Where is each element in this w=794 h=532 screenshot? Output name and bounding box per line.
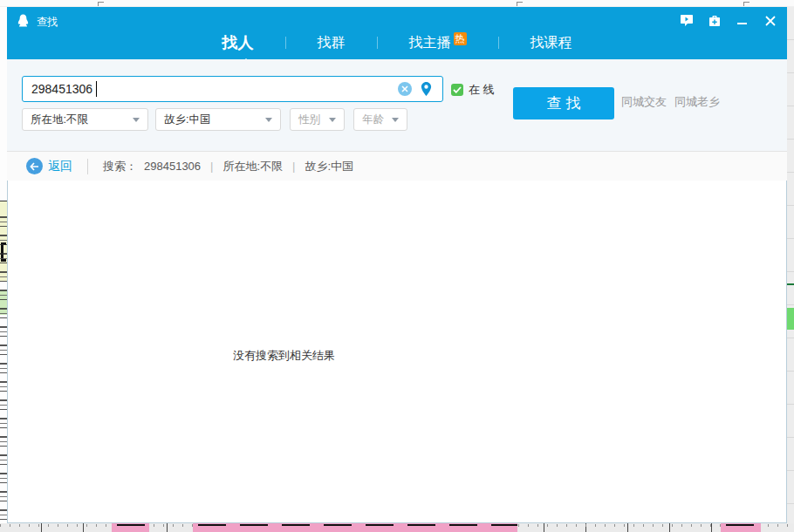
summary-query: 298451306	[144, 160, 201, 173]
hot-badge: 热	[454, 32, 467, 45]
feedback-icon[interactable]	[680, 14, 693, 27]
tab-find-streamers[interactable]: 找主播热	[397, 34, 479, 52]
background-pink-bar	[193, 523, 517, 532]
tab-find-groups[interactable]: 找群	[305, 34, 358, 52]
background-window-left-strip	[0, 7, 7, 523]
link-same-city-hometown[interactable]: 同城老乡	[674, 94, 720, 110]
chevron-down-icon	[392, 118, 399, 122]
online-checkbox[interactable]	[451, 84, 463, 96]
tab-separator	[285, 37, 286, 49]
location-pin-icon[interactable]	[420, 81, 433, 97]
tab-bar: 找人 找群 找主播热 找课程	[7, 32, 787, 53]
summary-separator: |	[292, 160, 295, 173]
back-label: 返回	[48, 159, 72, 174]
results-area: 没有搜索到相关结果	[8, 181, 786, 522]
back-button[interactable]: 返回	[26, 158, 72, 174]
qq-penguin-icon	[16, 13, 31, 31]
background-pink-bar	[112, 523, 149, 532]
window-identity: 查找	[16, 13, 58, 31]
search-form: 在 线 所在地:不限 故乡:中国 性别 年龄 查找 同城交友 同城老乡	[7, 59, 787, 151]
background-text-fragments	[0, 216, 7, 523]
bar-divider	[87, 159, 88, 174]
result-summary-bar: 返回 搜索： 298451306 | 所在地:不限 | 故乡:中国	[7, 151, 787, 181]
chevron-down-icon	[329, 118, 336, 122]
chevron-down-icon	[133, 118, 140, 122]
background-corner-mark	[517, 2, 523, 6]
online-checkbox-group[interactable]: 在 线	[451, 82, 495, 98]
filter-hometown-dropdown[interactable]: 故乡:中国	[155, 108, 281, 131]
search-field-wrap	[22, 76, 443, 102]
close-icon[interactable]	[763, 14, 777, 27]
find-dialog: 查找 找人 找群 找主播热 找课程	[7, 7, 787, 523]
background-gantt-strip	[0, 523, 794, 532]
background-green-line	[787, 283, 794, 285]
empty-results-message: 没有搜索到相关结果	[233, 348, 335, 364]
tab-separator	[377, 37, 378, 49]
find-button[interactable]: 查找	[513, 87, 614, 119]
window-title: 查找	[37, 15, 58, 30]
filter-age-dropdown[interactable]: 年龄	[353, 108, 407, 131]
summary-prefix: 搜索：	[103, 159, 137, 174]
filter-gender-dropdown[interactable]: 性别	[290, 108, 345, 131]
summary-separator: |	[210, 160, 213, 173]
background-window-top-strip	[0, 0, 794, 7]
background-corner-mark	[743, 2, 750, 6]
quick-links: 同城交友 同城老乡	[621, 94, 720, 110]
summary-location: 所在地:不限	[222, 159, 283, 174]
background-corner-mark	[98, 2, 104, 6]
online-label: 在 线	[469, 82, 495, 98]
filter-row: 所在地:不限 故乡:中国 性别 年龄	[22, 108, 407, 131]
chevron-down-icon	[265, 118, 272, 122]
tab-find-people[interactable]: 找人	[210, 32, 266, 53]
minimize-icon[interactable]	[736, 14, 749, 27]
background-pink-bar	[721, 523, 761, 532]
titlebar: 查找 找人 找群 找主播热 找课程	[7, 7, 787, 59]
window-controls	[680, 14, 777, 27]
tab-separator	[498, 37, 499, 49]
background-green-cell	[787, 308, 794, 330]
filter-location-dropdown[interactable]: 所在地:不限	[22, 108, 148, 131]
tab-find-courses[interactable]: 找课程	[518, 34, 585, 52]
search-summary: 搜索： 298451306 | 所在地:不限 | 故乡:中国	[103, 159, 353, 174]
clear-icon[interactable]	[398, 82, 412, 96]
security-kit-icon[interactable]	[708, 14, 721, 27]
text-cursor	[96, 81, 97, 97]
background-window-right-strip	[787, 7, 794, 523]
search-input[interactable]	[22, 76, 443, 102]
summary-hometown: 故乡:中国	[305, 159, 353, 174]
back-arrow-icon	[26, 158, 43, 174]
link-same-city-friends[interactable]: 同城交友	[621, 94, 667, 110]
